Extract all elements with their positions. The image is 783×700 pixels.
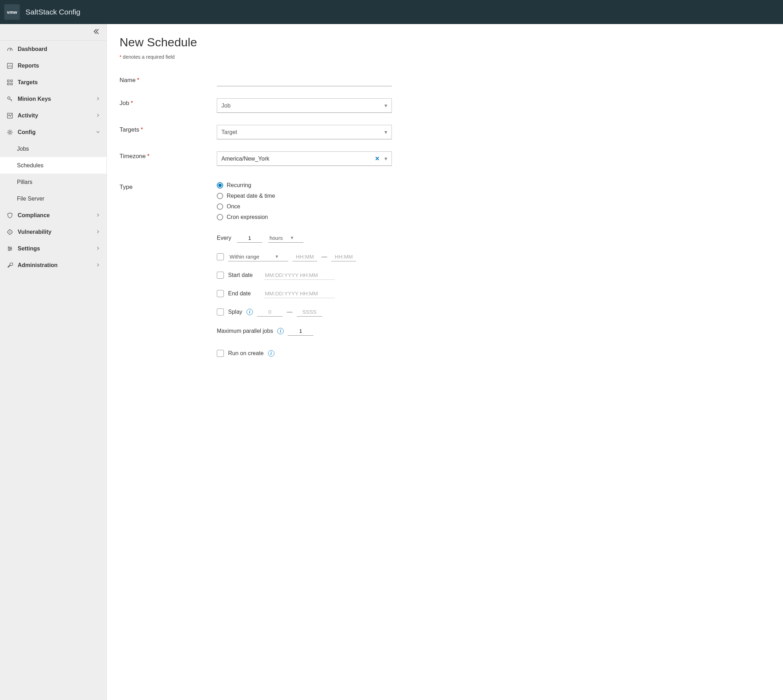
sidebar-item-label: Settings [18,245,40,252]
bar-chart-icon [7,62,13,69]
collapse-sidebar-icon[interactable] [92,28,99,37]
every-unit-select[interactable]: hours ▾ [268,233,303,243]
sidebar: Dashboard Reports Targets Minion Keys [0,24,107,700]
end-date-label: End date [228,290,260,297]
svg-rect-4 [11,83,12,85]
sidebar-item-label: Minion Keys [18,96,51,102]
job-select[interactable]: Job ▾ [217,98,392,113]
type-option-repeat[interactable]: Repeat date & time [217,193,392,199]
within-range-to-input [332,252,356,262]
caret-down-icon: ▾ [385,102,387,109]
chevron-right-icon [96,96,100,102]
svg-rect-2 [11,80,12,82]
sidebar-item-label: Targets [18,79,38,86]
sidebar-subitem-schedules[interactable]: Schedules [0,157,107,174]
sidebar-subitem-pillars[interactable]: Pillars [0,174,107,190]
main-content: New Schedule * denotes a required field … [107,24,783,700]
activity-icon [7,112,13,119]
range-dash: — [322,253,327,260]
caret-down-icon: ▾ [385,129,387,135]
svg-point-7 [9,131,11,133]
run-on-create-checkbox[interactable] [217,350,224,357]
splay-info-icon[interactable]: i [247,309,253,315]
svg-point-10 [8,247,10,248]
end-date-input [264,289,335,298]
type-radio-group: Recurring Repeat date & time Once C [217,182,392,220]
svg-point-11 [11,248,12,249]
sidebar-item-config[interactable]: Config [0,124,107,140]
splay-to-input [297,307,322,317]
name-label: Name* [120,75,217,84]
sidebar-item-compliance[interactable]: Compliance [0,207,107,223]
vmw-logo: vmw [4,4,20,20]
sidebar-item-settings[interactable]: Settings [0,240,107,257]
chevron-right-icon [96,212,100,218]
every-label: Every [217,235,231,241]
caret-down-icon: ▾ [291,235,293,241]
end-date-checkbox[interactable] [217,290,224,297]
targets-label: Targets* [120,125,217,133]
chevron-right-icon [96,112,100,119]
sidebar-subitem-jobs[interactable]: Jobs [0,140,107,157]
sidebar-item-reports[interactable]: Reports [0,57,107,74]
wrench-icon [7,262,13,269]
name-input[interactable] [217,75,392,86]
sidebar-item-administration[interactable]: Administration [0,257,107,273]
shield-icon [7,212,13,219]
chevron-down-icon [96,129,100,135]
range-dash: — [287,309,293,315]
max-parallel-label: Maximum parallel jobs [217,328,273,334]
key-icon [7,95,13,103]
start-date-label: Start date [228,272,260,278]
type-label: Type [120,182,217,191]
sidebar-item-label: Compliance [18,212,50,218]
sidebar-item-targets[interactable]: Targets [0,74,107,90]
clear-timezone-icon[interactable]: ✕ [375,155,380,162]
crosshair-icon [7,228,13,235]
type-option-once[interactable]: Once [217,203,392,210]
max-parallel-info-icon[interactable]: i [277,328,284,334]
app-title: SaltStack Config [25,8,80,16]
timezone-label: Timezone* [120,152,217,160]
gauge-icon [7,46,13,53]
run-on-create-info-icon[interactable]: i [268,350,275,357]
within-range-from-input [293,252,317,262]
sliders-icon [7,245,13,252]
app-header: vmw SaltStack Config [0,0,783,24]
caret-down-icon: ▾ [275,253,278,260]
type-option-recurring[interactable]: Recurring [217,182,392,188]
max-parallel-input[interactable] [288,327,313,336]
chevron-right-icon [96,262,100,268]
targets-select[interactable]: Target ▾ [217,125,392,139]
grid-icon [7,79,13,86]
gear-icon [7,129,13,136]
job-label: Job* [120,98,217,107]
sidebar-item-minion-keys[interactable]: Minion Keys [0,90,107,107]
caret-down-icon: ▾ [385,155,387,162]
svg-rect-1 [7,80,9,82]
sidebar-item-label: Config [18,129,36,135]
start-date-checkbox[interactable] [217,272,224,279]
within-range-checkbox[interactable] [217,253,224,260]
sidebar-item-label: Dashboard [18,46,47,52]
splay-checkbox[interactable] [217,308,224,315]
within-range-select[interactable]: Within range ▾ [228,252,288,262]
run-on-create-label: Run on create [228,350,264,357]
sidebar-item-vulnerability[interactable]: Vulnerability [0,223,107,240]
required-field-note: * denotes a required field [120,54,763,60]
chevron-right-icon [96,245,100,252]
timezone-select[interactable]: America/New_York ✕ ▾ [217,152,392,166]
every-value-input[interactable] [237,233,262,243]
splay-from-input [257,307,283,317]
sidebar-subitem-file-server[interactable]: File Server [0,190,107,207]
sidebar-item-label: Activity [18,112,38,119]
sidebar-item-label: Vulnerability [18,229,51,235]
sidebar-item-label: Reports [18,63,39,69]
sidebar-item-label: Administration [18,262,58,268]
page-title: New Schedule [120,35,763,49]
sidebar-item-dashboard[interactable]: Dashboard [0,41,107,57]
svg-point-5 [8,97,10,99]
type-option-cron[interactable]: Cron expression [217,214,392,220]
sidebar-item-activity[interactable]: Activity [0,107,107,124]
start-date-input [264,271,335,280]
